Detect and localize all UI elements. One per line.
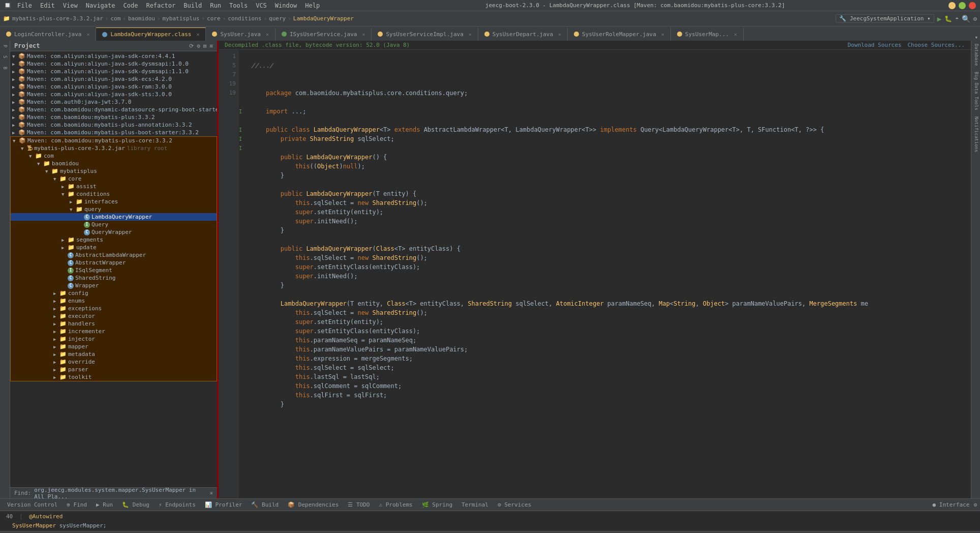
gutter-impl2[interactable]: I (239, 125, 247, 134)
gutter-impl3[interactable]: I (239, 134, 247, 143)
tab-close-sysuserserviceimpl[interactable]: ✕ (469, 32, 472, 37)
file-icon-alw: C (68, 252, 74, 258)
menu-view[interactable]: View (61, 2, 80, 9)
breadcrumb-part-4[interactable]: mybatisplus (163, 15, 200, 22)
code-line-ctor4-body6: this.expression = mergeSegments; (251, 355, 413, 362)
tree-item-mybatis-plus-annotation[interactable]: ▶ 📦 Maven: com.baomidou:mybatis-plus-ann… (10, 121, 217, 129)
breadcrumb-part-2[interactable]: com (110, 15, 120, 22)
project-tree: ▼ 📦 Maven: com.aliyun:aliyun-java-sdk-co… (10, 51, 217, 487)
tab-services[interactable]: ⚙ Services (494, 500, 535, 509)
bookmarks-icon[interactable]: B (2, 65, 9, 71)
tab-problems[interactable]: ⚠ Problems (375, 500, 416, 509)
menu-file[interactable]: File (15, 2, 34, 9)
close-button[interactable]: ✕ (969, 2, 976, 9)
tab-debug[interactable]: 🐛 Debug (118, 500, 154, 509)
run-button[interactable]: ▶ (937, 15, 941, 23)
menu-tools[interactable]: Tools (227, 2, 250, 9)
tab-find[interactable]: ⊕ Find (63, 500, 91, 509)
filter-icon[interactable]: ≡ (209, 43, 213, 49)
tree-item-aliyun-1[interactable]: ▼ 📦 Maven: com.aliyun:aliyun-java-sdk-co… (10, 52, 217, 60)
breadcrumb-part-3[interactable]: baomidou (128, 15, 155, 22)
expand-icon[interactable]: ⊞ (203, 43, 207, 49)
tree-item-mybatis-plus[interactable]: ▶ 📦 Maven: com.baomidou:mybatis-plus:3.3… (10, 113, 217, 121)
minimize-button[interactable]: ─ (948, 2, 956, 9)
notifications-label[interactable]: Notifications (971, 113, 980, 155)
tree-item-aliyun-4[interactable]: ▶ 📦 Maven: com.aliyun:aliyun-java-sdk-ec… (10, 75, 217, 83)
tree-item-lambdaquerywrapper[interactable]: C LambdaQueryWrapper (11, 213, 217, 221)
tab-close-isysuserservice[interactable]: ✕ (362, 32, 365, 37)
tab-terminal[interactable]: Terminal (457, 500, 493, 509)
tab-dependencies[interactable]: 📦 Dependencies (284, 500, 343, 509)
menu-vcs[interactable]: VCS (254, 2, 269, 9)
breadcrumb-part-1[interactable]: mybatis-plus-core-3.3.2.jar (12, 15, 103, 22)
database-panel-label[interactable]: Database (971, 41, 980, 69)
tree-item-aliyun-2[interactable]: ▶ 📦 Maven: com.aliyun:aliyun-java-sdk-dy… (10, 60, 217, 68)
gutter-impl4[interactable]: I (239, 143, 247, 153)
breadcrumb-part-6[interactable]: conditions (228, 15, 261, 22)
project-panel-toolbar: ⟳ ⚙ ⊞ ≡ (189, 43, 213, 49)
tab-spring[interactable]: 🌿 Spring (418, 500, 456, 509)
breadcrumb-part-5[interactable]: core (207, 15, 221, 22)
tree-label-com: com (44, 153, 54, 159)
find-close-icon[interactable]: ✕ (209, 490, 213, 496)
tab-icon-sysuser-map (677, 32, 682, 37)
tab-todo[interactable]: ☰ TODO (344, 500, 374, 509)
tab-sysuser-map[interactable]: SysUserMap... ✕ (671, 27, 744, 41)
sync-icon[interactable]: ⟳ (189, 43, 194, 49)
settings-icon[interactable]: ⚙ (973, 15, 977, 22)
tab-sysuserserviceimpl[interactable]: SysUserServiceImpl.java ✕ (372, 27, 478, 41)
big-data-tools-label[interactable]: Big Data Tools (971, 69, 980, 113)
menu-run[interactable]: Run (208, 2, 223, 9)
tab-profiler[interactable]: 📊 Profiler (201, 500, 247, 509)
tab-close-sysuserdepart[interactable]: ✕ (558, 32, 561, 37)
menu-build[interactable]: Build (181, 2, 204, 9)
structure-icon[interactable]: S (2, 53, 9, 60)
code-line-blank2 (251, 80, 255, 87)
tree-item-dynamic-datasource[interactable]: ▶ 📦 Maven: com.baomidou:dynamic-datasour… (10, 106, 217, 113)
menu-help[interactable]: Help (303, 2, 322, 9)
menu-window[interactable]: Window (273, 2, 299, 9)
tree-item-aliyun-5[interactable]: ▶ 📦 Maven: com.aliyun:aliyun-java-sdk-ra… (10, 83, 217, 91)
tab-close-logincontroller[interactable]: ✕ (86, 32, 89, 37)
tree-item-mybatis-plus-boot[interactable]: ▶ 📦 Maven: com.baomidou:mybatis-plus-boo… (10, 129, 217, 136)
settings-bottom-icon[interactable]: ⚙ (973, 501, 977, 508)
code-line-blank1 (251, 71, 255, 78)
maximize-button[interactable]: □ (959, 2, 966, 9)
tab-endpoints[interactable]: ⚡ Endpoints (155, 500, 200, 509)
download-sources-link[interactable]: Download Sources (847, 42, 901, 48)
tab-sysuser[interactable]: SysUser.java ✕ (206, 27, 275, 41)
tab-version-control[interactable]: Version Control (3, 500, 62, 509)
run-config-selector[interactable]: 🔧 JeecgSystemApplication ▾ (836, 14, 934, 23)
project-panel-toggle[interactable]: P (2, 43, 9, 49)
search-everywhere-button[interactable]: 🔍 (962, 15, 970, 23)
gear-icon[interactable]: ⚙ (197, 43, 200, 49)
tab-close-lambdaquerywrapper[interactable]: ✕ (196, 32, 199, 37)
tree-item-aliyun-6[interactable]: ▶ 📦 Maven: com.aliyun:aliyun-java-sdk-st… (10, 91, 217, 98)
tab-close-sysuser[interactable]: ✕ (266, 32, 269, 37)
tab-isysuserservice[interactable]: ISysUserService.java ✕ (275, 27, 372, 41)
tab-run[interactable]: ▶ Run (92, 500, 117, 509)
tree-item-mybatis-plus-core[interactable]: ▼ 📦 Maven: com.baomidou:mybatis-plus-cor… (10, 136, 217, 381)
coverage-button[interactable]: ☂ (955, 15, 959, 22)
tab-close-sysuserolemapper[interactable]: ✕ (661, 32, 664, 37)
debug-button[interactable]: 🐛 (944, 15, 952, 22)
gutter-impl[interactable]: I (239, 107, 247, 116)
tab-sysuserolemapper[interactable]: SysUserRoleMapper.java ✕ (568, 27, 671, 41)
tab-logincontroller[interactable]: LoginController.java ✕ (0, 27, 96, 41)
breadcrumb-part-7[interactable]: query (269, 15, 286, 22)
tab-overflow[interactable]: ▾ (974, 34, 980, 41)
tab-build[interactable]: 🔨 Build (247, 500, 283, 509)
tree-item-auth0[interactable]: ▶ 📦 Maven: com.auth0:java-jwt:3.7.0 (10, 98, 217, 106)
menu-code[interactable]: Code (121, 2, 140, 9)
tree-item-aliyun-3[interactable]: ▶ 📦 Maven: com.aliyun:aliyun-java-sdk-dy… (10, 68, 217, 75)
choose-sources-link[interactable]: Choose Sources... (907, 42, 965, 48)
tab-lambdaquerywrapper[interactable]: LambdaQueryWrapper.class ✕ (96, 27, 206, 41)
tree-label-isql: ISqlSegment (75, 267, 112, 274)
code-line-ctor2: public LambdaQueryWrapper(T entity) { (251, 190, 416, 197)
tab-close-sysuser-map[interactable]: ✕ (734, 32, 737, 37)
folder-icon: 📦 (18, 114, 25, 121)
menu-edit[interactable]: Edit (38, 2, 57, 9)
menu-refactor[interactable]: Refactor (144, 2, 177, 9)
tab-sysuserdepart[interactable]: SysUserDepart.java ✕ (478, 27, 568, 41)
menu-navigate[interactable]: Navigate (84, 2, 117, 9)
